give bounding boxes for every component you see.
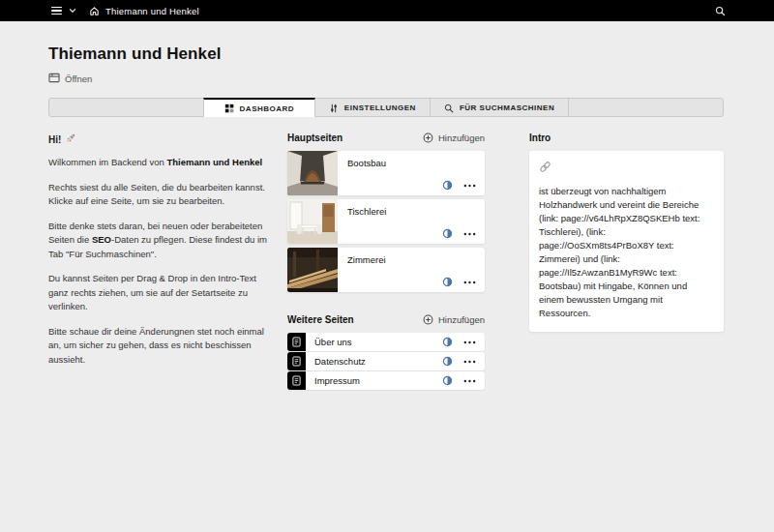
options-dots-icon[interactable] (463, 340, 476, 344)
topbar: Thiemann und Henkel (0, 0, 774, 21)
tab-bar: Dashboard Einstellungen Für Suchmaschine… (48, 98, 724, 117)
page-row-title: Datenschutz (306, 356, 366, 367)
page-title: Thiemann und Henkel (48, 44, 724, 64)
status-unlisted-icon[interactable] (442, 356, 453, 367)
page-card-title: Zimmerei (338, 248, 386, 292)
zimmerei-thumbnail (287, 248, 338, 292)
tab-einstellungen[interactable]: Einstellungen (315, 98, 431, 117)
link-icon (539, 160, 714, 177)
topbar-site-title[interactable]: Thiemann und Henkel (105, 6, 199, 16)
sliders-icon (329, 103, 339, 113)
page-row-title: Impressum (306, 375, 360, 386)
welcome-paragraph-2: Rechts siest du alle Seiten, die du bear… (48, 181, 271, 209)
hauptseiten-title: Hauptseiten (287, 133, 342, 143)
options-dots-icon[interactable] (463, 184, 476, 188)
tischlerei-thumbnail (287, 199, 338, 244)
hauptseiten-add-button[interactable]: Hinzufügen (423, 133, 485, 143)
rocket-emoji (65, 133, 76, 146)
add-icon (423, 314, 433, 325)
bootsbau-thumbnail (287, 151, 338, 195)
tab-einstellungen-label: Einstellungen (344, 103, 416, 112)
status-unlisted-icon[interactable] (442, 375, 453, 386)
weitere-seiten-add-button[interactable]: Hinzufügen (423, 314, 485, 325)
welcome-paragraph-1: Wilkommen im Backend von Thiemann und He… (48, 156, 271, 170)
tab-dashboard[interactable]: Dashboard (203, 98, 315, 117)
intro-text: ist überzeugt von nachhaltigem Holzhandw… (539, 185, 714, 320)
open-window-icon (48, 73, 60, 85)
weitere-seiten-section: Weitere Seiten Hinzufügen Über uns (287, 314, 485, 390)
open-label: Öffnen (65, 74, 92, 84)
welcome-paragraph-5: Bitte schaue dir deine Änderungnen stet … (48, 325, 271, 368)
add-icon (423, 133, 433, 143)
page-card-title: Bootsbau (338, 151, 386, 195)
page-row-ueber-uns[interactable]: Über uns (287, 333, 485, 351)
weitere-seiten-title: Weitere Seiten (287, 314, 354, 325)
welcome-column: Hi! Wilkommen im Backend von Thiemann un… (48, 133, 271, 377)
page-card-bootsbau[interactable]: Bootsbau (287, 151, 485, 195)
page-card-title: Tischlerei (338, 199, 386, 244)
intro-text-field[interactable]: ist überzeugt von nachhaltigem Holzhandw… (529, 151, 724, 332)
menu-icon[interactable] (51, 7, 62, 15)
seo-search-icon (444, 103, 454, 113)
greeting-text: Hi! (48, 134, 61, 145)
intro-title: Intro (529, 133, 551, 143)
options-dots-icon[interactable] (463, 281, 476, 284)
tab-dashboard-label: Dashboard (240, 104, 295, 113)
options-dots-icon[interactable] (463, 232, 476, 236)
pages-column: Hauptseiten Hinzufügen Bootsbau (287, 133, 485, 391)
search-icon[interactable] (715, 6, 726, 16)
tab-fuer-suchmaschinen[interactable]: Für Suchmaschinen (431, 98, 569, 117)
page-card-tischlerei[interactable]: Tischlerei (287, 199, 485, 244)
page-icon (287, 333, 306, 351)
status-unlisted-icon[interactable] (442, 228, 453, 239)
chevron-down-icon[interactable] (69, 8, 76, 14)
page-icon (287, 352, 306, 370)
options-dots-icon[interactable] (463, 360, 476, 364)
status-unlisted-icon[interactable] (442, 277, 453, 287)
page-row-datenschutz[interactable]: Datenschutz (287, 352, 485, 370)
welcome-paragraph-4: Du kannst Seiten per Drag & Drop in den … (48, 272, 271, 314)
dashboard-icon (224, 103, 234, 113)
status-unlisted-icon[interactable] (442, 337, 453, 347)
page-row-title: Über uns (306, 337, 352, 347)
home-icon[interactable] (89, 6, 100, 16)
page-icon (287, 371, 306, 390)
open-button[interactable]: Öffnen (48, 73, 92, 85)
options-dots-icon[interactable] (463, 379, 476, 383)
status-unlisted-icon[interactable] (442, 180, 453, 191)
page-row-impressum[interactable]: Impressum (287, 371, 485, 390)
tab-fuer-suchmaschinen-label: Für Suchmaschinen (460, 103, 554, 112)
welcome-paragraph-3: Bitte denke stets daran, bei neuen oder … (48, 220, 271, 262)
intro-column: Intro ist überzeugt von nachhaltigem Hol… (529, 133, 724, 332)
page-card-zimmerei[interactable]: Zimmerei (287, 248, 485, 292)
